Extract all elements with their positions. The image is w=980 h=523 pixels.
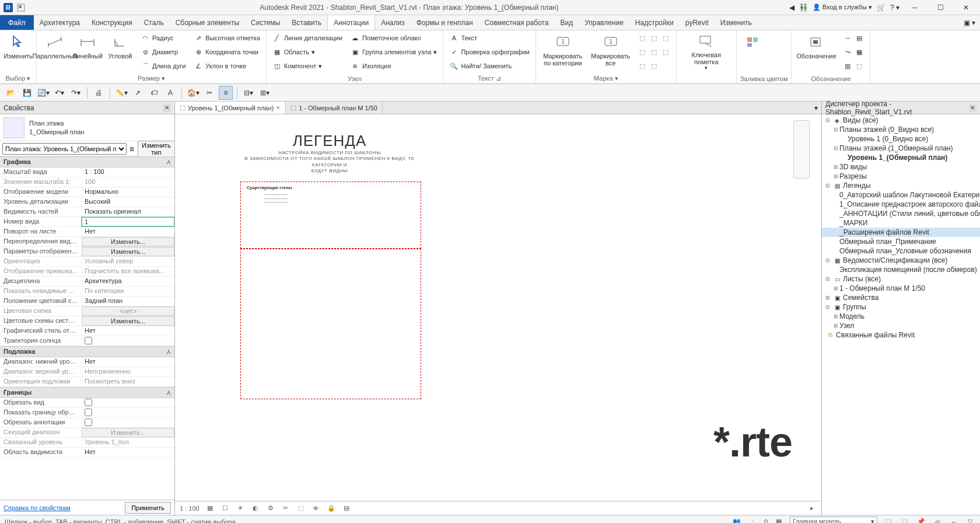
tab-steel[interactable]: Сталь	[138, 15, 170, 30]
tree-legend-0[interactable]: 0_Авторский шаблон Лакутиновой Екатерины	[822, 190, 980, 200]
tab-addins[interactable]: Надстройки	[629, 15, 680, 30]
tab-modify[interactable]: Изменить	[715, 15, 758, 30]
color-fill-button[interactable]	[740, 32, 766, 71]
properties-close-icon[interactable]: ✕	[163, 104, 171, 112]
reveal-icon[interactable]: ▤	[342, 504, 351, 513]
tree-legend-3[interactable]: _МАРКИ	[822, 218, 980, 228]
tree-views[interactable]: ⊟◈Виды (все)	[822, 116, 980, 125]
tree-floorplans-0[interactable]: ⊟Планы этажей (0_Видно все)	[822, 125, 980, 134]
crop-icon[interactable]: ✂	[281, 504, 290, 513]
modify-button[interactable]: Изменить	[4, 32, 33, 71]
minimize-button[interactable]: ─	[904, 2, 925, 13]
tree-groups[interactable]: ⊟▣Группы	[822, 302, 980, 312]
select-underlay-icon[interactable]: ⬚	[900, 517, 910, 524]
tree-floorplans-1[interactable]: ⊟Планы этажей (1_Обмерный план)	[822, 144, 980, 153]
show-crop-icon[interactable]: ⬚	[296, 504, 306, 513]
tree-sheets[interactable]: ⊟▭Листы (все)	[822, 274, 980, 284]
tab-architecture[interactable]: Архитектура	[34, 15, 86, 30]
tree-legend-6[interactable]: Обмерный план_Условные обозначения	[822, 246, 980, 256]
qat-measure-icon[interactable]: 📏▾	[114, 86, 128, 100]
radial-dim-button[interactable]: ◠Радиус	[138, 32, 188, 44]
prop-view-scale-val[interactable]: 1 : 100	[82, 168, 174, 177]
keynote-button[interactable]: Ключевая пометка▾	[680, 32, 733, 71]
tab-systems[interactable]: Системы	[245, 15, 286, 30]
view-tab-options-icon[interactable]: ▾	[811, 104, 821, 112]
tab-structure[interactable]: Конструкция	[86, 15, 138, 30]
tab-file[interactable]: Файл	[0, 15, 34, 30]
tag-all-button[interactable]: 1Маркировать все	[590, 32, 632, 71]
tag-extra-2[interactable]: ⬚⬚⬚	[635, 46, 673, 58]
hide-icon[interactable]: 👁	[312, 504, 321, 513]
detail-line-button[interactable]: ╱Линия детализации	[270, 32, 345, 44]
help-icon[interactable]: ? ▾	[890, 4, 900, 12]
vis-override-button[interactable]: Изменить...	[82, 237, 174, 246]
qat-recent-icon[interactable]	[16, 3, 26, 12]
properties-help-link[interactable]: Справка по свойствам	[4, 504, 71, 511]
group-graphics[interactable]: Графика⋏	[0, 156, 174, 168]
exchange-icon[interactable]: 🛒	[877, 4, 886, 12]
tree-legend-2[interactable]: _АННОТАЦИИ (Стили линий, цветовые област…	[822, 209, 980, 218]
qat-aligned-icon[interactable]: ↗	[131, 86, 145, 100]
nav-back-icon[interactable]: ◀	[789, 4, 794, 12]
select-face-icon[interactable]: ▱	[932, 517, 943, 524]
diameter-dim-button[interactable]: ⊘Диаметр	[138, 46, 188, 58]
tree-sections[interactable]: ⊞Разрезы	[822, 172, 980, 181]
tree-sheet-1[interactable]: ⊞1 - Обмерный план М 1/50	[822, 284, 980, 293]
aligned-dim-button[interactable]: Параллельный	[40, 32, 69, 71]
crop-visible-checkbox[interactable]	[82, 408, 174, 417]
spot-slope-button[interactable]: ∠Уклон в точке	[191, 60, 262, 72]
drag-elements-icon[interactable]: ↔	[949, 517, 959, 524]
ribbon-expand-icon[interactable]: ▣ ▾	[959, 15, 980, 30]
symbol-extra-3[interactable]: ▥⬚	[841, 60, 866, 72]
tab-manage[interactable]: Управление	[579, 15, 629, 30]
crop-region-2[interactable]	[240, 249, 421, 399]
maximize-button[interactable]: ☐	[930, 2, 951, 13]
region-button[interactable]: ▦Область ▾	[270, 46, 345, 58]
qat-print-icon[interactable]: 🖨	[92, 86, 106, 100]
tree-legend-5[interactable]: Обмерный план_Примечание	[822, 237, 980, 246]
user-icon[interactable]: 👤 Вход в службы ▾	[813, 4, 872, 11]
temp-hide-icon[interactable]: 🔒	[327, 504, 336, 513]
tree-families[interactable]: ⊞▣Семейства	[822, 293, 980, 302]
spell-check-button[interactable]: ✓Проверка орфографии	[447, 46, 531, 58]
qat-section-icon[interactable]: ✂	[202, 86, 216, 100]
anno-crop-checkbox[interactable]	[82, 418, 174, 427]
angular-dim-button[interactable]: Угловой	[106, 32, 135, 71]
sun-icon[interactable]: ☀	[236, 504, 245, 513]
spot-elev-button[interactable]: ⇗Высотная отметка	[191, 32, 262, 44]
tab-insert[interactable]: Вставить	[286, 15, 327, 30]
edit-type-button[interactable]: Изменить тип	[138, 141, 175, 157]
crop-view-checkbox[interactable]	[82, 398, 174, 407]
close-button[interactable]: ✕	[956, 2, 977, 13]
view-tab-1[interactable]: ⬚ Уровень 1_(Обмерный план) ✕	[175, 102, 286, 114]
arc-length-button[interactable]: ⌒Длина дуги	[138, 60, 188, 72]
tab-analyze[interactable]: Анализ	[375, 15, 411, 30]
tree-detail-groups[interactable]: ⊞Узел	[822, 321, 980, 330]
visual-style-icon[interactable]: ☐	[220, 504, 230, 513]
view-scroll-icon[interactable]: ▸	[807, 504, 817, 513]
tree-legends[interactable]: ⊟▤Легенды	[822, 181, 980, 190]
select-pinned-icon[interactable]: 📌	[916, 517, 926, 524]
tree-model-groups[interactable]: ⊞Модель	[822, 312, 980, 321]
cloud-button[interactable]: ☁Пометочное облако	[348, 32, 439, 44]
qat-sync-icon[interactable]: 🔄▾	[36, 86, 50, 100]
color-scheme-button[interactable]: <нет>	[82, 306, 174, 316]
tree-schedule-1[interactable]: Экспликация помещений (после обмеров)	[822, 265, 980, 274]
group-extents[interactable]: Границы⋏	[0, 387, 174, 398]
tree-schedules[interactable]: ⊟▦Ведомости/Спецификации (все)	[822, 256, 980, 265]
text-button[interactable]: AТекст	[447, 32, 531, 44]
qat-tag-icon[interactable]: 🏷	[147, 86, 161, 100]
navigation-bar[interactable]	[793, 120, 810, 179]
tab-massing[interactable]: Формы и генплан	[411, 15, 479, 30]
qat-redo-icon[interactable]: ↷▾	[69, 86, 83, 100]
tag-extra-1[interactable]: ⬚⬚⬚	[635, 32, 673, 44]
type-selector[interactable]: План этажа 1_Обмерный план	[0, 114, 174, 141]
element-filter-select[interactable]: План этажа: Уровень 1_(Обмерный п	[2, 143, 127, 155]
detail-group-button[interactable]: ▣Группа элементов узла ▾	[348, 46, 439, 58]
detail-level-icon[interactable]: ▦	[205, 504, 215, 513]
tree-legend-4[interactable]: _Расширения файлов Revit	[822, 228, 980, 237]
tag-extra-3[interactable]: ⬚⬚	[635, 60, 673, 72]
tab-close-icon[interactable]: ✕	[276, 105, 281, 111]
system-color-button[interactable]: Изменить...	[82, 316, 174, 326]
workset-icon[interactable]: 👥	[732, 517, 742, 524]
